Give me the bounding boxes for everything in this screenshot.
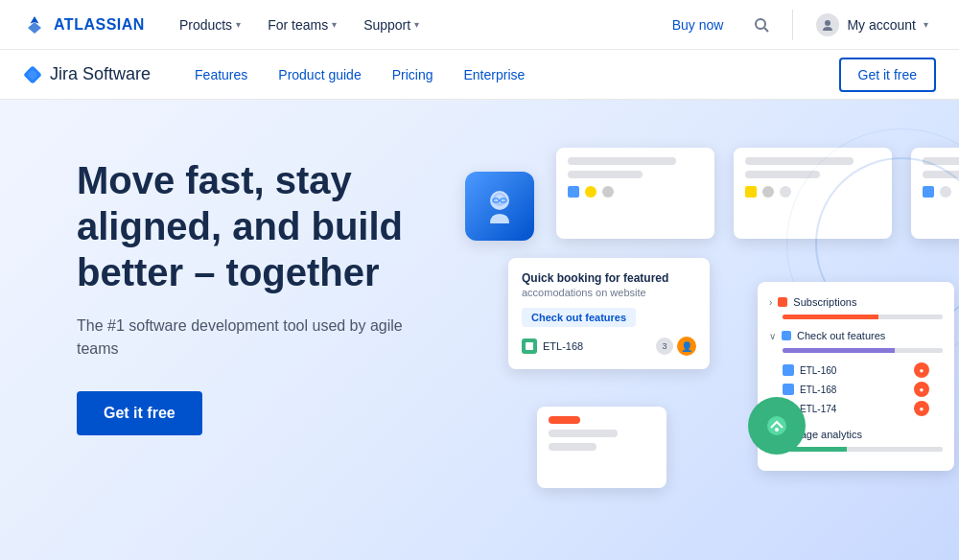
support-menu[interactable]: Support ▾	[352, 12, 431, 38]
products-menu[interactable]: Products ▾	[168, 12, 252, 38]
pricing-link[interactable]: Pricing	[379, 59, 447, 90]
etl-id-text: ETL-168	[543, 340, 583, 352]
hero-section: Move fast, stay aligned, and build bette…	[0, 100, 959, 560]
check-out-features-badge[interactable]: Check out features	[522, 308, 636, 327]
secondary-navbar: Jira Software Features Product guide Pri…	[0, 50, 959, 100]
avatar	[816, 13, 839, 36]
hero-subtitle: The #1 software development tool used by…	[77, 315, 403, 361]
hero-illustration: Quick booking for featured accomodations…	[403, 119, 959, 560]
count-badge: 3	[656, 338, 673, 355]
subscriptions-bar	[783, 315, 943, 319]
svg-point-0	[756, 19, 765, 29]
etl-174-text: ETL-174	[800, 404, 836, 414]
get-it-free-header-button[interactable]: Get it free	[839, 58, 936, 92]
hero-content: Move fast, stay aligned, and build bette…	[0, 157, 480, 435]
buy-now-button[interactable]: Buy now	[665, 12, 732, 38]
product-name: Jira Software	[50, 64, 151, 84]
check-out-features-panel-label: Check out features	[797, 330, 885, 341]
subscriptions-label: Subscriptions	[793, 296, 856, 308]
etl-count: 3 👤	[656, 337, 696, 356]
top-nav-right: Buy now My account ▾	[665, 8, 936, 42]
bottom-card	[537, 407, 667, 488]
for-teams-chevron-icon: ▾	[332, 19, 337, 30]
connection-node	[748, 397, 806, 455]
my-account-button[interactable]: My account ▾	[808, 8, 936, 42]
top-nav-links: Products ▾ For teams ▾ Support ▾	[168, 12, 665, 38]
svg-point-2	[825, 20, 830, 26]
account-chevron-icon: ▾	[924, 19, 928, 30]
features-link[interactable]: Features	[181, 59, 261, 90]
booking-card: Quick booking for featured accomodations…	[508, 258, 710, 369]
product-guide-link[interactable]: Product guide	[265, 59, 374, 90]
search-button[interactable]	[746, 10, 777, 40]
subscriptions-section: › Subscriptions	[769, 293, 943, 319]
etl-badge	[522, 338, 537, 354]
hero-cta-button[interactable]: Get it free	[77, 391, 202, 435]
support-chevron-icon: ▾	[414, 19, 419, 30]
secondary-nav-links: Features Product guide Pricing Enterpris…	[181, 59, 838, 90]
booking-title: Quick booking for featured	[522, 271, 696, 285]
svg-point-12	[767, 416, 786, 435]
user-avatar-sm: 👤	[677, 337, 696, 356]
hero-title: Move fast, stay aligned, and build bette…	[77, 157, 403, 295]
svg-rect-11	[526, 342, 533, 350]
etl-160-text: ETL-160	[800, 365, 836, 376]
check-out-icon	[782, 331, 791, 340]
svg-point-13	[775, 428, 779, 432]
atlassian-logo[interactable]: ATLASSIAN	[23, 13, 145, 36]
products-chevron-icon: ▾	[236, 19, 241, 30]
etl-168-row: ETL-168 ●	[769, 380, 943, 399]
etl-160-row: ETL-160 ●	[769, 361, 943, 380]
top-navbar: ATLASSIAN Products ▾ For teams ▾ Support…	[0, 0, 959, 50]
jira-logo[interactable]: Jira Software	[23, 64, 151, 84]
booking-subtitle: accomodations on website	[522, 287, 696, 298]
task-card-1	[556, 148, 714, 239]
etl-168-text: ETL-168	[800, 385, 836, 395]
enterprise-link[interactable]: Enterprise	[451, 59, 539, 90]
page-analytics-bar	[783, 447, 943, 452]
svg-line-1	[764, 28, 768, 32]
check-out-bar	[783, 348, 943, 353]
subscriptions-icon	[778, 297, 787, 307]
etl-row: ETL-168 3 👤	[522, 337, 696, 356]
for-teams-menu[interactable]: For teams ▾	[256, 12, 348, 38]
atlassian-logo-text: ATLASSIAN	[54, 16, 145, 34]
nav-divider	[792, 10, 793, 40]
